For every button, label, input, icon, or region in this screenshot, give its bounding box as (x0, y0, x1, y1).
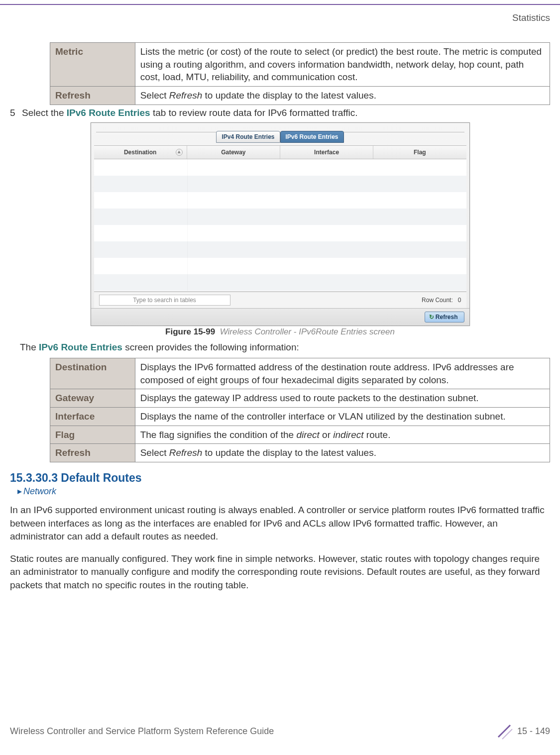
text: to update the display to the latest valu… (202, 447, 376, 458)
breadcrumb-arrow-icon: ▸ (17, 486, 22, 496)
table-row: Gateway Displays the gateway IP address … (50, 389, 550, 408)
header-section-label: Statistics (512, 12, 550, 23)
search-input[interactable]: Type to search in tables (99, 295, 230, 306)
table-row: Flag The flag signifies the condition of… (50, 426, 550, 444)
action-bar: ↻Refresh (91, 308, 469, 325)
figure-label: Figure 15-99 (165, 327, 215, 336)
row-label: Destination (50, 358, 135, 389)
row-desc: Lists the metric (or cost) of the route … (135, 43, 550, 87)
row-count-value: 0 (458, 297, 461, 304)
refresh-label: Refresh (436, 314, 458, 321)
table-row: Metric Lists the metric (or cost) of the… (50, 43, 550, 87)
sort-asc-icon[interactable]: ▲ (176, 149, 183, 156)
description-table-ipv6: Destination Displays the IPv6 formatted … (50, 358, 550, 462)
text: to update the display to the latest valu… (202, 90, 376, 101)
text: screen provides the following informatio… (122, 342, 299, 352)
footer-page-box: 15 - 149 (495, 722, 550, 740)
row-count-label: Row Count: (422, 297, 453, 304)
page-footer: Wireless Controller and Service Platform… (10, 722, 550, 740)
row-desc: Displays the IPv6 formatted address of t… (135, 358, 550, 389)
text: The (20, 342, 39, 352)
tab-ipv6-route-entries[interactable]: IPv6 Route Entries (280, 131, 344, 143)
footer-slash-icon (495, 722, 513, 740)
row-desc: Select Refresh to update the display to … (135, 86, 550, 105)
text: route. (364, 430, 391, 440)
text: The flag signifies the condition of the (140, 430, 297, 440)
refresh-icon: ↻ (429, 314, 434, 321)
row-desc: The flag signifies the condition of the … (135, 426, 550, 444)
row-count: Row Count: 0 (422, 297, 461, 304)
footer-doc-title: Wireless Controller and Service Platform… (10, 726, 274, 737)
col-gateway[interactable]: Gateway (187, 146, 280, 159)
row-label: Flag (50, 426, 135, 444)
row-label: Refresh (50, 444, 135, 462)
breadcrumb: ▸Network (17, 486, 550, 497)
step-5: 5 Select the IPv6 Route Entries tab to r… (10, 108, 550, 118)
footer-page-num: 15 - 149 (517, 726, 550, 737)
grid-footer: Type to search in tables Row Count: 0 (94, 292, 466, 308)
section-heading-default-routes: 15.3.30.3 Default Routes (10, 471, 550, 485)
row-label: Metric (50, 43, 135, 87)
row-desc: Displays the gateway IP address used to … (135, 389, 550, 408)
text: Select the (22, 108, 67, 118)
refresh-button[interactable]: ↻Refresh (425, 312, 464, 323)
text: or (320, 430, 333, 440)
body-paragraph-2: Static routes are manually configured. T… (10, 552, 550, 592)
body-paragraph-1: In an IPv6 supported environment unicast… (10, 504, 550, 543)
tab-bar: IPv4 Route EntriesIPv6 Route Entries (91, 131, 469, 143)
figure-container: IPv4 Route EntriesIPv6 Route Entries Des… (10, 122, 550, 326)
page-top-border (0, 4, 560, 5)
step-number: 5 (10, 108, 22, 118)
row-desc: Displays the name of the controller inte… (135, 408, 550, 426)
grid-body-empty (94, 159, 466, 292)
svg-line-0 (498, 725, 510, 737)
text: Select (140, 90, 169, 101)
table-row: Refresh Select Refresh to update the dis… (50, 86, 550, 105)
row-label: Refresh (50, 86, 135, 105)
text-emphasis: Refresh (169, 90, 203, 101)
row-desc: Select Refresh to update the display to … (135, 444, 550, 462)
figure-caption: Figure 15-99 Wireless Controller - IPv6R… (10, 327, 550, 337)
step-text: Select the IPv6 Route Entries tab to rev… (22, 108, 550, 118)
text-bold: IPv6 Route Entries (39, 342, 122, 352)
grid-header: Destination ▲ Gateway Interface Flag (94, 145, 466, 159)
page-content: Metric Lists the metric (or cost) of the… (0, 0, 560, 592)
table-row: Destination Displays the IPv6 formatted … (50, 358, 550, 389)
row-label: Interface (50, 408, 135, 426)
col-flag[interactable]: Flag (373, 146, 466, 159)
text: Select (140, 447, 169, 458)
col-label: Destination (124, 149, 156, 156)
text: tab to review route data for IPv6 format… (150, 108, 358, 118)
ui-screenshot: IPv4 Route EntriesIPv6 Route Entries Des… (91, 122, 470, 326)
table-row: Interface Displays the name of the contr… (50, 408, 550, 426)
text-emphasis: indirect (333, 430, 363, 440)
breadcrumb-text: Network (23, 486, 56, 496)
col-interface[interactable]: Interface (280, 146, 373, 159)
tab-ipv4-route-entries[interactable]: IPv4 Route Entries (216, 131, 280, 143)
text-bold: IPv6 Route Entries (67, 108, 150, 118)
text-emphasis: direct (296, 430, 319, 440)
col-destination[interactable]: Destination ▲ (94, 146, 187, 159)
description-table-top: Metric Lists the metric (or cost) of the… (50, 42, 550, 105)
row-label: Gateway (50, 389, 135, 408)
paragraph: The IPv6 Route Entries screen provides t… (20, 341, 550, 354)
text-emphasis: Refresh (169, 447, 203, 458)
figure-desc: Wireless Controller - IPv6Route Entries … (220, 327, 395, 336)
table-row: Refresh Select Refresh to update the dis… (50, 444, 550, 462)
